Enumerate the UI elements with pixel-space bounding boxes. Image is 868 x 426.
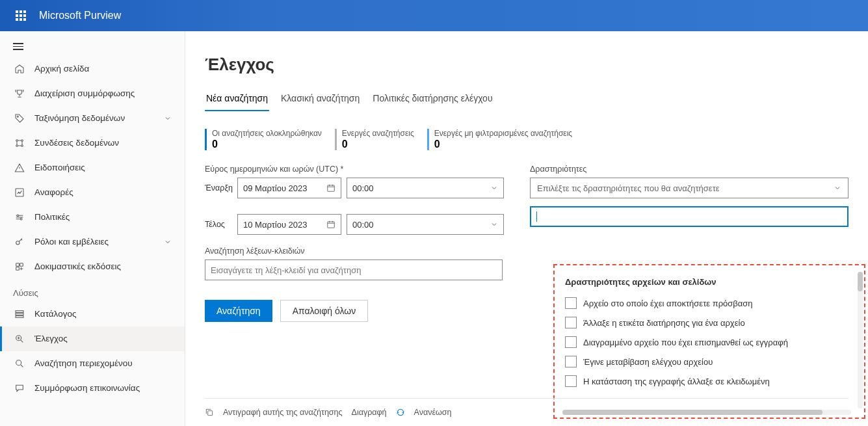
activity-label: Διαγραμμένο αρχείο που έχει επισημανθεί … [583, 338, 788, 347]
stat-active: Ενεργές αναζητήσεις 0 [335, 129, 414, 150]
keyword-input[interactable] [205, 260, 503, 280]
nav-label: Συνδέσεις δεδομένων [34, 138, 172, 148]
tab-classic-search[interactable]: Κλασική αναζήτηση [280, 89, 361, 111]
activity-option[interactable]: Έγινε μεταβίβαση ελέγχου αρχείου [562, 352, 856, 371]
svg-rect-13 [16, 313, 23, 315]
audit-icon [14, 333, 25, 345]
search-button[interactable]: Αναζήτηση [205, 300, 272, 322]
activities-label: Δραστηριότητες [530, 165, 848, 174]
nav-roles[interactable]: Ρόλοι και εμβέλειες [0, 230, 185, 254]
svg-point-6 [17, 215, 19, 217]
start-time-value: 00:00 [352, 183, 374, 193]
end-time-input[interactable]: 00:00 [347, 214, 504, 235]
search-icon [14, 358, 25, 369]
chevron-down-icon [490, 184, 498, 192]
svg-rect-17 [328, 185, 335, 191]
checkbox[interactable] [565, 317, 577, 328]
dropdown-group-title: Δραστηριότητες αρχείων και σελίδων [562, 273, 856, 293]
keyword-field[interactable] [211, 265, 497, 275]
nav-policies[interactable]: Πολιτικές [0, 205, 185, 230]
text-cursor [536, 211, 537, 222]
clear-all-button[interactable]: Απαλοιφή όλων [280, 300, 369, 322]
alert-icon [14, 162, 25, 174]
vertical-scrollbar[interactable] [858, 272, 863, 408]
stat-completed: Οι αναζητήσεις ολοκληρώθηκαν 0 [205, 129, 322, 150]
svg-point-2 [21, 139, 23, 141]
app-brand: Microsoft Purview [39, 10, 121, 21]
activity-label: Έγινε μεταβίβαση ελέγχου αρχείου [583, 357, 713, 367]
end-label: Τέλος [205, 220, 232, 229]
nav-catalog[interactable]: Κατάλογος [0, 302, 185, 326]
waffle-icon [16, 10, 26, 21]
trials-icon [14, 261, 25, 273]
nav-label: Αρχική σελίδα [34, 64, 172, 73]
nav-label: Αναζήτηση περιεχομένου [34, 358, 172, 368]
delete-button[interactable]: Διαγραφή [352, 408, 387, 417]
nav-home[interactable]: Αρχική σελίδα [0, 57, 185, 81]
bottom-action-bar: Αντιγραφή αυτής της αναζήτησης Διαγραφή … [205, 398, 848, 426]
policies-icon [14, 211, 25, 223]
activity-label: Αρχείο στο οποίο έχει αποκτήσετε πρόσβασ… [583, 299, 753, 308]
tab-retention-policies[interactable]: Πολιτικές διατήρησης ελέγχου [371, 89, 493, 111]
nav-compliance-management[interactable]: Διαχείριση συμμόρφωσης [0, 81, 185, 106]
start-time-input[interactable]: 00:00 [347, 178, 504, 198]
checkbox[interactable] [565, 297, 577, 309]
stat-label: Ενεργές αναζητήσεις [342, 129, 414, 138]
stat-label: Ενεργές μη φιλτραρισμένες αναζητήσεις [434, 129, 572, 138]
refresh-icon [396, 408, 405, 417]
svg-point-16 [16, 360, 21, 365]
nav-trials[interactable]: Δοκιμαστικές εκδόσεις [0, 254, 185, 279]
copy-search-button[interactable]: Αντιγραφή αυτής της αναζήτησης [223, 408, 343, 417]
checkbox[interactable] [565, 375, 577, 387]
nav-label: Διαχείριση συμμόρφωσης [34, 88, 172, 98]
svg-rect-11 [16, 267, 20, 270]
copy-icon [205, 408, 214, 417]
reports-icon [14, 187, 25, 198]
activity-option[interactable]: Η κατάσταση της εγγραφής άλλαξε σε κλειδ… [562, 371, 856, 391]
nav-reports[interactable]: Αναφορές [0, 180, 185, 205]
svg-rect-12 [16, 310, 23, 312]
app-header: Microsoft Purview [0, 0, 868, 31]
nav-data-classification[interactable]: Ταξινόμηση δεδομένων [0, 106, 185, 131]
nav-label: Πολιτικές [34, 212, 172, 222]
activities-select[interactable]: Επιλέξτε τις δραστηριότητες που θα αναζη… [530, 178, 848, 198]
nav-label: Ειδοποιήσεις [34, 163, 172, 172]
svg-rect-9 [16, 263, 20, 266]
refresh-button[interactable]: Ανανέωση [414, 408, 452, 417]
nav-label: Δοκιμαστικές εκδόσεις [34, 261, 172, 271]
stats-row: Οι αναζητήσεις ολοκληρώθηκαν 0 Ενεργές α… [205, 129, 848, 150]
activity-option[interactable]: Αρχείο στο οποίο έχει αποκτήσετε πρόσβασ… [562, 293, 856, 313]
chevron-down-icon [164, 238, 172, 246]
checkbox[interactable] [565, 356, 577, 367]
svg-rect-18 [328, 222, 335, 228]
tab-bar: Νέα αναζήτηση Κλασική αναζήτηση Πολιτικέ… [205, 89, 848, 112]
sidebar-section-label: Λύσεις [0, 279, 185, 302]
start-date-input[interactable]: 09 Μαρτίου 2023 [237, 178, 341, 198]
svg-point-1 [16, 139, 18, 141]
nav-content-search[interactable]: Αναζήτηση περιεχομένου [0, 351, 185, 376]
svg-rect-10 [20, 263, 23, 266]
activity-option[interactable]: Διαγραμμένο αρχείο που έχει επισημανθεί … [562, 332, 856, 352]
calendar-icon [326, 183, 335, 193]
nav-comm-compliance[interactable]: Συμμόρφωση επικοινωνίας [0, 376, 185, 401]
svg-rect-19 [208, 411, 213, 416]
range-label: Εύρος ημερομηνιών και ωρών (UTC) * [205, 165, 504, 174]
activity-option[interactable]: Άλλαξε η ετικέτα διατήρησης για ένα αρχε… [562, 313, 856, 332]
activities-search-input[interactable] [530, 206, 848, 227]
nav-data-connections[interactable]: Συνδέσεις δεδομένων [0, 131, 185, 155]
app-launcher-button[interactable] [5, 0, 36, 31]
tab-new-search[interactable]: Νέα αναζήτηση [205, 89, 269, 111]
connections-icon [14, 137, 25, 149]
checkbox[interactable] [565, 336, 577, 348]
nav-label: Αναφορές [34, 187, 172, 197]
activity-label: Η κατάσταση της εγγραφής άλλαξε σε κλειδ… [583, 377, 770, 386]
nav-alerts[interactable]: Ειδοποιήσεις [0, 155, 185, 180]
svg-rect-14 [16, 315, 23, 317]
nav-audit[interactable]: Έλεγχος [0, 326, 185, 351]
sidebar-toggle-button[interactable] [0, 36, 185, 57]
catalog-icon [14, 308, 25, 320]
nav-label: Έλεγχος [34, 334, 172, 343]
end-date-input[interactable]: 10 Μαρτίου 2023 [237, 214, 341, 235]
home-icon [14, 63, 25, 75]
nav-label: Ρόλοι και εμβέλειες [34, 237, 155, 246]
